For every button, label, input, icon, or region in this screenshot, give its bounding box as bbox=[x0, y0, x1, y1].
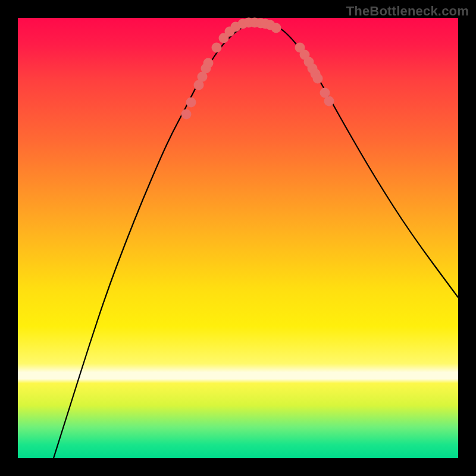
chart-frame: TheBottleneck.com bbox=[0, 0, 476, 476]
chart-svg bbox=[18, 18, 458, 458]
curve-marker bbox=[271, 23, 281, 33]
curve-marker bbox=[181, 109, 192, 120]
curve-marker bbox=[203, 58, 214, 68]
bottleneck-curve-path bbox=[54, 23, 458, 458]
plot-area bbox=[18, 18, 458, 458]
curve-marker bbox=[212, 43, 222, 53]
curve-marker bbox=[313, 74, 323, 84]
curve-marker bbox=[186, 98, 196, 108]
curve-marker bbox=[324, 96, 334, 107]
curve-markers bbox=[181, 18, 334, 120]
watermark-text: TheBottleneck.com bbox=[346, 4, 469, 19]
